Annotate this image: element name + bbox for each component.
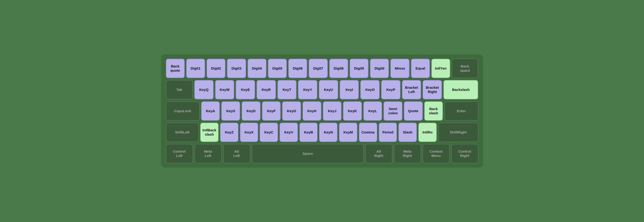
key-Minus[interactable]: Minus: [390, 59, 409, 78]
keyboard: Back quoteDigit1Digit2Digit3Digit4Digit5…: [161, 54, 483, 168]
key-Space[interactable]: Space: [252, 144, 364, 163]
key-Digit7[interactable]: Digit7: [308, 59, 328, 78]
key-Backspace[interactable]: Back space: [452, 59, 478, 78]
key-Digit3[interactable]: Digit3: [227, 59, 246, 78]
row-row3: CapsLockKeyAKeySKeyDKeyFKeyGKeyHKeyJKeyK…: [166, 101, 478, 121]
row-row1: Back quoteDigit1Digit2Digit3Digit4Digit5…: [166, 59, 478, 78]
key-KeyU[interactable]: KeyU: [319, 80, 338, 99]
key-Digit6[interactable]: Digit6: [288, 59, 307, 78]
key-CapsLock[interactable]: CapsLock: [166, 101, 200, 121]
key-KeyE[interactable]: KeyE: [236, 80, 255, 99]
key-KeyI[interactable]: KeyI: [340, 80, 359, 99]
key-KeyW[interactable]: KeyW: [215, 80, 234, 99]
key-KeyF[interactable]: KeyF: [262, 101, 281, 121]
key-KeyA[interactable]: KeyA: [201, 101, 220, 121]
key-KeyH[interactable]: KeyH: [302, 101, 322, 121]
key-KeyS[interactable]: KeyS: [221, 101, 240, 121]
key-AltLeft[interactable]: Alt Left: [223, 144, 250, 163]
key-KeyV[interactable]: KeyV: [280, 123, 298, 142]
key-KeyD[interactable]: KeyD: [242, 101, 260, 121]
key-Digit5[interactable]: Digit5: [268, 59, 287, 78]
key-KeyQ[interactable]: KeyQ: [194, 80, 214, 99]
key-Tab[interactable]: Tab: [166, 80, 193, 99]
key-Digit0[interactable]: Digit0: [370, 59, 389, 78]
key-ControlRight[interactable]: Control Right: [451, 144, 478, 163]
key-IntlYen[interactable]: IntlYen: [431, 59, 450, 78]
key-KeyB[interactable]: KeyB: [300, 123, 318, 142]
key-MetaLeft[interactable]: Meta Left: [194, 144, 222, 163]
key-Comma[interactable]: Comma: [359, 123, 377, 142]
key-Slash[interactable]: Slash: [398, 123, 417, 142]
row-row5: Control LeftMeta LeftAlt LeftSpaceAlt Ri…: [166, 144, 478, 163]
key-Digit2[interactable]: Digit2: [206, 59, 226, 78]
key-Quote[interactable]: Quote: [404, 101, 423, 121]
key-Digit4[interactable]: Digit4: [248, 59, 266, 78]
key-KeyR[interactable]: KeyR: [256, 80, 276, 99]
key-KeyG[interactable]: KeyG: [282, 101, 301, 121]
key-Backquote[interactable]: Back quote: [166, 59, 185, 78]
key-Enter[interactable]: Enter: [444, 101, 478, 121]
row-row2: TabKeyQKeyWKeyEKeyRKeyTKeyYKeyUKeyIKeyOK…: [166, 80, 478, 99]
key-ControlLeft[interactable]: Control Left: [166, 144, 193, 163]
key-KeyC[interactable]: KeyC: [260, 123, 278, 142]
key-KeyL[interactable]: KeyL: [363, 101, 382, 121]
key-IntlRo[interactable]: IntlRo: [418, 123, 437, 142]
key-KeyT[interactable]: KeyT: [277, 80, 297, 99]
key-Backslash[interactable]: Backslash: [444, 80, 478, 99]
key-Digit1[interactable]: Digit1: [186, 59, 205, 78]
key-MetaRight[interactable]: Meta Right: [394, 144, 421, 163]
key-Digit9[interactable]: Digit9: [350, 59, 368, 78]
key-KeyM[interactable]: KeyM: [339, 123, 358, 142]
key-KeyJ[interactable]: KeyJ: [323, 101, 342, 121]
row-row4: ShiftLeftIntlBack slashKeyZKeyXKeyCKeyVK…: [166, 123, 478, 142]
key-ShiftRight[interactable]: ShiftRight: [438, 123, 478, 142]
key-Backslash2[interactable]: Back slash: [424, 101, 443, 121]
key-KeyX[interactable]: KeyX: [240, 123, 258, 142]
key-KeyZ[interactable]: KeyZ: [220, 123, 238, 142]
key-AltRight[interactable]: Alt Right: [365, 144, 392, 163]
key-KeyK[interactable]: KeyK: [343, 101, 362, 121]
key-Period[interactable]: Period: [379, 123, 397, 142]
key-Digit8[interactable]: Digit8: [329, 59, 348, 78]
key-KeyN[interactable]: KeyN: [319, 123, 338, 142]
key-IntlBackslash[interactable]: IntlBack slash: [200, 123, 218, 142]
key-ContextMenu[interactable]: Context Menu: [422, 144, 450, 163]
key-Semicolon[interactable]: Semi colon: [384, 101, 402, 121]
key-BracketLeft[interactable]: Bracket Left: [402, 80, 421, 99]
key-BracketRight[interactable]: Bracket Right: [422, 80, 442, 99]
key-KeyY[interactable]: KeyY: [298, 80, 318, 99]
key-KeyO[interactable]: KeyO: [360, 80, 380, 99]
key-ShiftLeft[interactable]: ShiftLeft: [166, 123, 199, 142]
key-KeyP[interactable]: KeyP: [381, 80, 400, 99]
key-Equal[interactable]: Equal: [411, 59, 430, 78]
